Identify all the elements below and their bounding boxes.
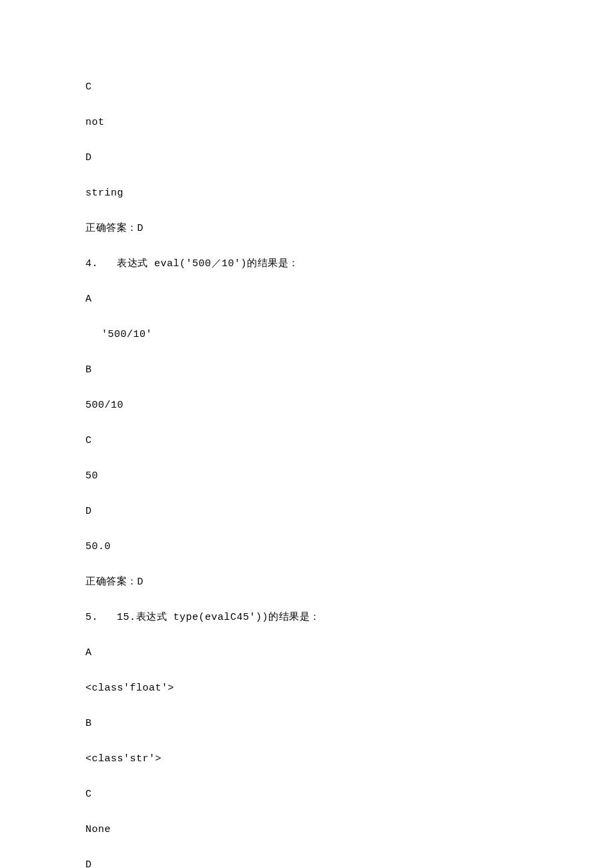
option-letter-c: C xyxy=(85,80,529,94)
option-letter-c: C xyxy=(85,434,529,448)
option-text-not: not xyxy=(85,115,529,129)
option-text-c: 50 xyxy=(85,469,529,483)
question-number: 4. xyxy=(85,258,98,270)
option-text-b: <class'str'> xyxy=(85,752,529,766)
option-letter-d: D xyxy=(85,858,529,868)
option-text-a: <class'float'> xyxy=(85,681,529,695)
option-letter-c: C xyxy=(85,787,529,801)
option-letter-a: A xyxy=(85,292,529,306)
option-text-b: 500/10 xyxy=(85,398,529,412)
answer-value: D xyxy=(137,576,144,588)
option-text-d: 50.0 xyxy=(85,540,529,554)
question-text: 15.表达式 type(evalC45'))的结果是： xyxy=(117,612,320,623)
question-number: 5. xyxy=(85,612,98,623)
option-text-a: '500/10' xyxy=(85,328,529,342)
document-page: C not D string 正确答案：D 4.表达式 eval('500／10… xyxy=(0,0,614,868)
answer-label: 正确答案： xyxy=(85,576,137,588)
option-text-string: string xyxy=(85,186,529,200)
correct-answer-q3: 正确答案：D xyxy=(85,222,529,236)
option-letter-d: D xyxy=(85,151,529,165)
option-text-c: None xyxy=(85,823,529,837)
answer-label: 正确答案： xyxy=(85,223,137,234)
correct-answer-q4: 正确答案：D xyxy=(85,575,529,589)
question-text: 表达式 eval('500／10')的结果是： xyxy=(117,258,299,270)
question-5: 5.15.表达式 type(evalC45'))的结果是： xyxy=(85,610,529,624)
option-letter-a: A xyxy=(85,646,529,660)
answer-value: D xyxy=(137,223,144,234)
question-4: 4.表达式 eval('500／10')的结果是： xyxy=(85,257,529,271)
option-letter-d: D xyxy=(85,504,529,518)
option-letter-b: B xyxy=(85,363,529,377)
option-letter-b: B xyxy=(85,717,529,731)
